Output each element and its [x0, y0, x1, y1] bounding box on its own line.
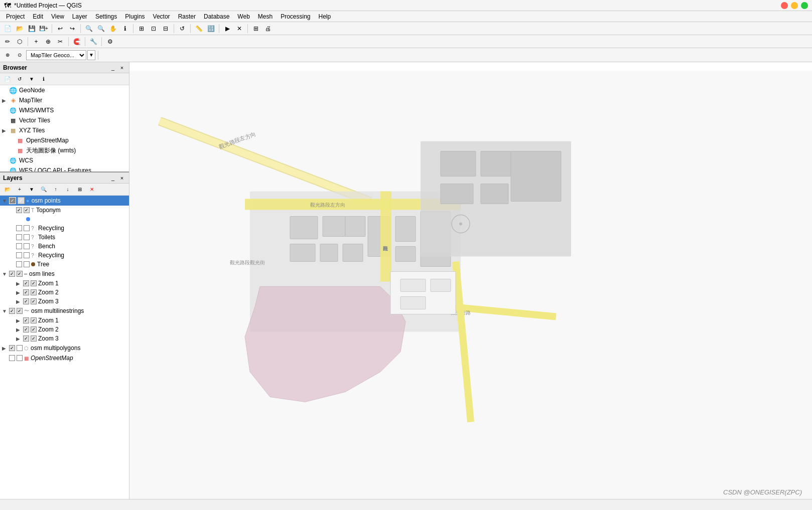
browser-new-btn[interactable]: 📄: [2, 74, 13, 85]
mls-zoom2-vis[interactable]: ✓: [31, 326, 37, 332]
osm-mp-vis[interactable]: [17, 345, 23, 351]
osm-points-vis[interactable]: ✓: [18, 197, 25, 204]
mls-zoom2-check[interactable]: ✓: [23, 326, 29, 332]
menu-layer[interactable]: Layer: [68, 12, 91, 21]
toponym-vis[interactable]: ✓: [24, 207, 30, 213]
browser-filter-btn[interactable]: ▼: [26, 74, 37, 85]
digitize-btn[interactable]: ✏: [2, 36, 13, 47]
osm-mls-vis[interactable]: ✓: [17, 308, 23, 314]
browser-item-geonode[interactable]: 🌐 GeoNode: [0, 85, 129, 95]
browser-refresh-btn[interactable]: ↺: [14, 74, 25, 85]
sublayer-lines-zoom2[interactable]: ▶ ✓ ✓ Zoom 2: [0, 288, 129, 297]
lines-zoom2-vis[interactable]: ✓: [31, 289, 37, 295]
mls-zoom3-vis[interactable]: ✓: [31, 335, 37, 342]
lines-zoom3-vis[interactable]: ✓: [31, 298, 37, 304]
sublayer-toilets[interactable]: ? Toilets: [0, 233, 129, 242]
close-button[interactable]: [781, 2, 788, 9]
bench-check[interactable]: [16, 243, 22, 249]
lines-zoom1-check[interactable]: ✓: [23, 280, 29, 286]
mls-zoom3-check[interactable]: ✓: [23, 335, 29, 342]
layer-open-btn[interactable]: 📂: [2, 184, 13, 195]
toilets-check[interactable]: [16, 234, 22, 240]
new-project-btn[interactable]: 📄: [2, 23, 13, 34]
layer-osm-multipolygons[interactable]: ▶ ✓ ⬡ osm multipolygons: [0, 343, 129, 353]
node-btn[interactable]: ⬡: [14, 36, 25, 47]
advanced-digitize-btn[interactable]: ⚙: [104, 36, 115, 47]
deselect-btn[interactable]: ✕: [234, 23, 245, 34]
sublayer-mls-zoom2[interactable]: ▶ ✓ ✓ Zoom 2: [0, 325, 129, 334]
sublayer-lines-zoom1[interactable]: ▶ ✓ ✓ Zoom 1: [0, 279, 129, 288]
tree-vis[interactable]: [24, 261, 30, 267]
menu-edit[interactable]: Edit: [29, 12, 47, 21]
menu-mesh[interactable]: Mesh: [254, 12, 277, 21]
browser-item-tianditu[interactable]: ▦ 天地圖影像 (wmts): [0, 145, 129, 155]
refresh-btn[interactable]: ↺: [177, 23, 188, 34]
attr-table-btn[interactable]: ⊞: [250, 23, 261, 34]
browser-item-wfs[interactable]: 🌐 WFS / OGC API - Features: [0, 165, 129, 172]
toponym-check[interactable]: ✓: [16, 207, 22, 213]
layer-osm-multilinestrings[interactable]: ▼ ✓ ✓ 〜 osm multilinestrings: [0, 306, 129, 316]
snapping-btn[interactable]: 🧲: [71, 36, 82, 47]
bench-vis[interactable]: [24, 243, 30, 249]
mls-zoom1-check[interactable]: ✓: [23, 317, 29, 323]
move-feature-btn[interactable]: ⊕: [43, 36, 54, 47]
print-btn[interactable]: 🖨: [262, 23, 274, 34]
zoom-select-btn[interactable]: ⊟: [160, 23, 171, 34]
layer-osm-points[interactable]: ▼ ✓ ✓ ● osm points: [0, 196, 129, 206]
select-btn[interactable]: ▶: [222, 23, 233, 34]
minimize-button[interactable]: [791, 2, 798, 9]
sublayer-recycling2[interactable]: ? Recycling: [0, 251, 129, 260]
menu-settings[interactable]: Settings: [91, 12, 121, 21]
sublayer-toponym[interactable]: ✓ ✓ T Toponym: [0, 206, 129, 215]
maximize-button[interactable]: [801, 2, 808, 9]
zoom-layer-btn[interactable]: ⊡: [148, 23, 159, 34]
recycling2-vis[interactable]: [24, 252, 30, 258]
map-canvas[interactable]: 觀光路段左方向 觀光路段左方向 觀光路段 觀光路段觀光街: [129, 62, 812, 510]
layer-osm-lines[interactable]: ▼ ✓ ✓ ━ osm lines: [0, 269, 129, 279]
sublayer-lines-zoom3[interactable]: ▶ ✓ ✓ Zoom 3: [0, 297, 129, 306]
menu-web[interactable]: Web: [233, 12, 253, 21]
layer-group-btn[interactable]: ⊞: [74, 184, 85, 195]
layer-filter-btn[interactable]: ▼: [26, 184, 37, 195]
calculator-btn[interactable]: 🔢: [205, 23, 216, 34]
sublayer-mls-zoom1[interactable]: ▶ ✓ ✓ Zoom 1: [0, 316, 129, 325]
menu-database[interactable]: Database: [200, 12, 233, 21]
osm-lines-vis[interactable]: ✓: [17, 271, 23, 277]
layer-filter2-btn[interactable]: 🔍: [38, 184, 49, 195]
osm-base-vis[interactable]: [17, 355, 23, 361]
browser-item-wms[interactable]: 🌐 WMS/WMTS: [0, 105, 129, 115]
mls-zoom1-vis[interactable]: ✓: [31, 317, 37, 323]
open-project-btn[interactable]: 📂: [14, 23, 25, 34]
osm-base-check[interactable]: [9, 355, 15, 361]
osm-mp-check[interactable]: ✓: [9, 345, 15, 351]
locator-arrow[interactable]: ▼: [87, 50, 95, 60]
sublayer-recycling1[interactable]: ? Recycling: [0, 224, 129, 233]
layer-openstreetmap-base[interactable]: ▦ OpenStreetMap: [0, 353, 129, 363]
identify-btn[interactable]: ℹ: [119, 23, 130, 34]
add-feature-btn[interactable]: +: [31, 36, 42, 47]
loc-btn2[interactable]: ⊙: [14, 50, 25, 61]
browser-collapse-btn[interactable]: _: [109, 64, 117, 72]
browser-item-wcs[interactable]: 🌐 WCS: [0, 155, 129, 165]
browser-info-btn[interactable]: ℹ: [38, 74, 49, 85]
save-as-btn[interactable]: 💾+: [38, 23, 49, 34]
toilets-vis[interactable]: [24, 234, 30, 240]
zoom-out-btn[interactable]: 🔍: [95, 23, 106, 34]
menu-project[interactable]: Project: [2, 12, 29, 21]
measure-btn[interactable]: 📏: [193, 23, 204, 34]
sublayer-mls-zoom3[interactable]: ▶ ✓ ✓ Zoom 3: [0, 334, 129, 343]
zoom-in-btn[interactable]: 🔍: [83, 23, 94, 34]
redo-btn[interactable]: ↪: [67, 23, 78, 34]
recycling2-check[interactable]: [16, 252, 22, 258]
pan-btn[interactable]: ✋: [107, 23, 118, 34]
layer-remove-btn[interactable]: ✕: [86, 184, 97, 195]
sublayer-bench[interactable]: ? Bench: [0, 242, 129, 251]
save-project-btn[interactable]: 💾: [26, 23, 37, 34]
recycling1-vis[interactable]: [24, 225, 30, 231]
browser-item-osm[interactable]: ▦ OpenStreetMap: [0, 135, 129, 145]
lines-zoom2-check[interactable]: ✓: [23, 289, 29, 295]
browser-item-xyz[interactable]: ▶ ▦ XYZ Tiles: [0, 125, 129, 135]
menu-view[interactable]: View: [47, 12, 68, 21]
loc-btn1[interactable]: ⊕: [2, 50, 13, 61]
menu-vector[interactable]: Vector: [149, 12, 174, 21]
